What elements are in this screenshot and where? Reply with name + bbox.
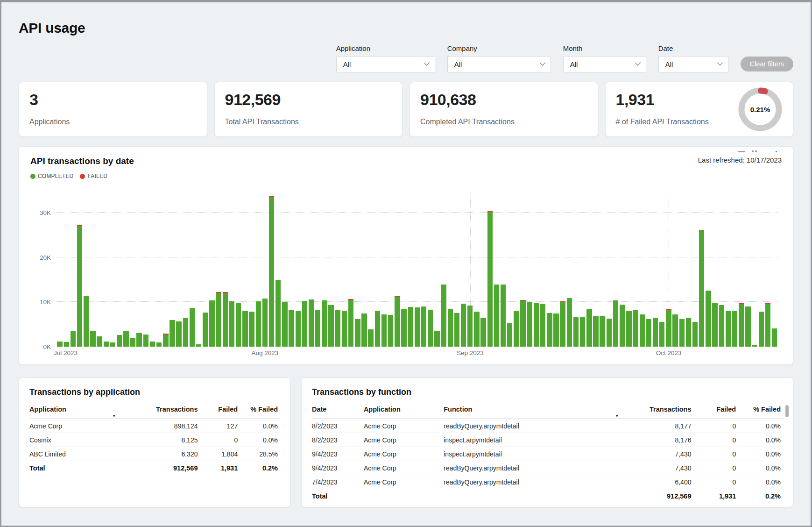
completed-segment[interactable] bbox=[480, 318, 486, 347]
completed-segment[interactable] bbox=[361, 313, 367, 347]
table-row[interactable]: 9/4/2023Acme Corpinspect.arpymtdetail7,4… bbox=[312, 447, 783, 461]
bar[interactable] bbox=[626, 192, 631, 347]
bar[interactable] bbox=[501, 192, 506, 347]
table-row[interactable]: 9/4/2023Acme CorpreadByQuery.arpymtdetai… bbox=[312, 461, 783, 475]
completed-segment[interactable] bbox=[580, 317, 585, 347]
bar[interactable] bbox=[150, 192, 155, 347]
bar[interactable] bbox=[249, 192, 254, 347]
completed-segment[interactable] bbox=[110, 342, 115, 347]
completed-segment[interactable] bbox=[136, 333, 141, 347]
completed-segment[interactable] bbox=[653, 318, 658, 347]
completed-segment[interactable] bbox=[375, 311, 380, 347]
bar[interactable] bbox=[719, 192, 724, 347]
bar[interactable] bbox=[348, 192, 353, 347]
completed-segment[interactable] bbox=[190, 308, 195, 347]
bar[interactable] bbox=[507, 192, 512, 347]
bar[interactable] bbox=[388, 192, 393, 347]
bar[interactable] bbox=[487, 192, 493, 347]
bar[interactable] bbox=[633, 192, 638, 347]
bar[interactable] bbox=[156, 192, 162, 347]
completed-segment[interactable] bbox=[487, 212, 493, 347]
completed-segment[interactable] bbox=[726, 311, 731, 347]
bar[interactable] bbox=[573, 192, 579, 347]
bar[interactable] bbox=[90, 192, 95, 347]
bar[interactable] bbox=[726, 192, 731, 347]
bar[interactable] bbox=[203, 192, 208, 347]
completed-segment[interactable] bbox=[156, 342, 162, 347]
bar[interactable] bbox=[163, 192, 168, 347]
bar[interactable] bbox=[613, 192, 618, 347]
completed-segment[interactable] bbox=[335, 310, 340, 347]
completed-segment[interactable] bbox=[686, 318, 691, 347]
completed-segment[interactable] bbox=[368, 329, 373, 347]
completed-segment[interactable] bbox=[752, 345, 757, 347]
bar[interactable] bbox=[57, 192, 62, 347]
bar[interactable] bbox=[335, 192, 340, 347]
completed-segment[interactable] bbox=[203, 313, 208, 347]
completed-segment[interactable] bbox=[242, 311, 247, 347]
completed-segment[interactable] bbox=[520, 300, 525, 347]
bar[interactable] bbox=[547, 192, 552, 347]
app-col-failed[interactable]: Failed bbox=[199, 403, 240, 419]
bar[interactable] bbox=[712, 192, 717, 347]
bar[interactable] bbox=[408, 192, 413, 347]
completed-segment[interactable] bbox=[474, 312, 479, 347]
completed-segment[interactable] bbox=[229, 301, 234, 347]
bar[interactable] bbox=[196, 192, 201, 347]
completed-segment[interactable] bbox=[633, 310, 638, 347]
completed-segment[interactable] bbox=[236, 303, 241, 347]
bar[interactable] bbox=[692, 192, 698, 347]
bar[interactable] bbox=[216, 192, 221, 347]
completed-segment[interactable] bbox=[209, 300, 214, 347]
completed-segment[interactable] bbox=[130, 338, 135, 347]
completed-segment[interactable] bbox=[553, 313, 558, 347]
date-dropdown[interactable]: All bbox=[658, 56, 728, 72]
completed-segment[interactable] bbox=[143, 335, 148, 347]
bar[interactable] bbox=[620, 192, 625, 347]
completed-segment[interactable] bbox=[626, 311, 631, 347]
completed-segment[interactable] bbox=[64, 342, 69, 347]
completed-segment[interactable] bbox=[699, 230, 704, 347]
completed-segment[interactable] bbox=[169, 320, 175, 347]
completed-segment[interactable] bbox=[421, 306, 426, 347]
completed-segment[interactable] bbox=[745, 306, 750, 347]
bar[interactable] bbox=[448, 192, 453, 347]
bar[interactable] bbox=[772, 192, 777, 347]
completed-segment[interactable] bbox=[163, 335, 168, 347]
bar[interactable] bbox=[110, 192, 115, 347]
completed-segment[interactable] bbox=[71, 331, 76, 347]
bar[interactable] bbox=[752, 192, 757, 347]
bar[interactable] bbox=[732, 192, 737, 347]
bar[interactable] bbox=[328, 192, 333, 347]
bar[interactable] bbox=[461, 192, 466, 347]
bar[interactable] bbox=[282, 192, 287, 347]
completed-segment[interactable] bbox=[428, 310, 433, 347]
bar[interactable] bbox=[77, 192, 82, 347]
bar[interactable] bbox=[176, 192, 181, 347]
completed-segment[interactable] bbox=[256, 301, 261, 347]
bar[interactable] bbox=[269, 192, 274, 347]
bar[interactable] bbox=[368, 192, 373, 347]
clear-filters-button[interactable]: Clear filters bbox=[741, 57, 793, 71]
bar[interactable] bbox=[586, 192, 592, 347]
bar[interactable] bbox=[229, 192, 234, 347]
bar[interactable] bbox=[415, 192, 420, 347]
bar[interactable] bbox=[600, 192, 605, 347]
bar[interactable] bbox=[256, 192, 261, 347]
bar[interactable] bbox=[706, 192, 711, 347]
bar[interactable] bbox=[527, 192, 532, 347]
bar[interactable] bbox=[342, 192, 347, 347]
bar[interactable] bbox=[593, 192, 598, 347]
bar[interactable] bbox=[375, 192, 380, 347]
bar[interactable] bbox=[64, 192, 69, 347]
completed-segment[interactable] bbox=[342, 311, 347, 347]
bar[interactable] bbox=[401, 192, 406, 347]
completed-segment[interactable] bbox=[448, 309, 453, 347]
bar[interactable] bbox=[686, 192, 691, 347]
func-col-pct-failed[interactable]: % Failed bbox=[738, 403, 783, 419]
table-row[interactable]: 7/4/2023Acme CorpreadByQuery.arpymtdetai… bbox=[312, 475, 783, 489]
table-row[interactable]: ABC Limited6,3201,80428.5% bbox=[29, 447, 280, 461]
bar[interactable] bbox=[117, 192, 122, 347]
completed-segment[interactable] bbox=[547, 313, 552, 347]
completed-segment[interactable] bbox=[560, 302, 565, 347]
